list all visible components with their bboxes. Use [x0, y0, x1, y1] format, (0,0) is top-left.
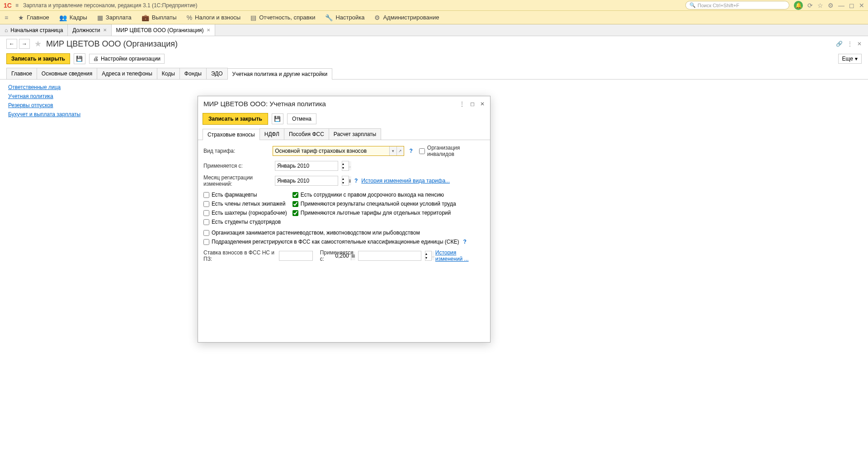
menu-vyplaty[interactable]: 💼Выплаты	[142, 14, 177, 21]
history2-link[interactable]: История изменений ...	[435, 249, 485, 262]
menu-kadry[interactable]: 👥Кадры	[59, 14, 87, 21]
spinner[interactable]: ▴▾	[342, 161, 349, 171]
chk-flight[interactable]: Есть члены летных экипажей	[203, 201, 287, 207]
close-icon[interactable]: ✕	[207, 28, 210, 33]
menu-main[interactable]: ★Главное	[18, 14, 49, 21]
form-tab-edo[interactable]: ЭДО	[206, 68, 228, 79]
form-tab-kody[interactable]: Коды	[157, 68, 180, 79]
org-invalid-checkbox[interactable]: Организация инвалидов	[419, 145, 485, 157]
print-settings-button[interactable]: 🖨Настройки организации	[89, 54, 165, 64]
down-icon[interactable]: ▾	[342, 181, 344, 185]
chk-fss-units[interactable]: Подразделения регистрируются в ФСС как с…	[203, 239, 485, 245]
applies-from-field[interactable]	[275, 161, 347, 170]
floppy-icon: 💾	[76, 56, 83, 62]
search-icon: 🔍	[689, 2, 696, 8]
up-icon[interactable]: ▴	[342, 162, 344, 166]
modal-tab-insurance[interactable]: Страховые взносы	[203, 129, 260, 140]
applies-from-input[interactable]: …	[275, 161, 338, 171]
settings-icon[interactable]: ⚙	[828, 2, 834, 9]
nav-back-button[interactable]: ←	[6, 39, 17, 49]
chk-agro[interactable]: Организация занимается растениеводством,…	[203, 230, 485, 236]
title-bar: 1C ≡ Зарплата и управление персоналом, р…	[0, 0, 868, 11]
down-icon[interactable]: ▾	[425, 256, 427, 260]
chk-early[interactable]: Есть сотрудники с правом досрочного выхо…	[292, 192, 456, 198]
floppy-icon: 💾	[274, 116, 281, 122]
search-placeholder: Поиск Ctrl+Shift+F	[698, 3, 739, 8]
menu-nastroika[interactable]: 🔧Настройка	[325, 14, 364, 21]
page-header-actions: 🔗 ⋮ ✕	[836, 41, 862, 47]
bell-icon[interactable]: 🔔	[794, 1, 803, 10]
open-button[interactable]: ↗	[396, 146, 404, 155]
menu-admin[interactable]: ⚙Администрирование	[374, 14, 439, 21]
up-icon[interactable]: ▴	[342, 177, 344, 181]
rate-input[interactable]: ▦	[279, 251, 313, 261]
report-icon: ▤	[250, 14, 256, 21]
maximize-icon[interactable]: ◻	[849, 2, 854, 9]
help-icon[interactable]: ?	[354, 178, 358, 184]
form-tab-main[interactable]: Главное	[6, 68, 37, 79]
chk-pref[interactable]: Применяются льготные тарифы для отдельны…	[292, 210, 456, 216]
menu-zarplata[interactable]: ▦Зарплата	[97, 14, 132, 21]
help-icon[interactable]: ?	[410, 148, 413, 154]
modal-tab-salary[interactable]: Расчет зарплаты	[329, 128, 381, 140]
history-link[interactable]: История изменений вида тарифа...	[361, 178, 450, 184]
minimize-icon[interactable]: —	[838, 2, 844, 9]
form-tab-addr[interactable]: Адреса и телефоны	[97, 68, 157, 79]
reg-month-field[interactable]	[275, 176, 347, 185]
page-toolbar: Записать и закрыть 💾 🖨Настройки организа…	[0, 52, 868, 66]
tariff-field[interactable]	[273, 146, 389, 155]
tab-dolzhnosti[interactable]: Должности✕	[68, 24, 111, 36]
modal-save-close-button[interactable]: Записать и закрыть	[203, 113, 268, 125]
applies-from2-input[interactable]: …	[358, 251, 421, 261]
modal-cancel-button[interactable]: Отмена	[287, 113, 316, 124]
spinner[interactable]: ▴▾	[342, 176, 349, 186]
kebab-icon[interactable]: ⋮	[847, 41, 853, 47]
close-icon[interactable]: ✕	[859, 2, 864, 9]
modal-header: МИР ЦВЕТОВ ООО: Учетная политика ⋮ ◻ ✕	[198, 96, 490, 111]
titlebar-right: 🔍 Поиск Ctrl+Shift+F 🔔 ⟳ ☆ ⚙ — ◻ ✕	[685, 1, 864, 10]
search-input[interactable]: 🔍 Поиск Ctrl+Shift+F	[685, 1, 789, 9]
spinner[interactable]: ▴▾	[425, 251, 431, 261]
menu-list-icon[interactable]: ≡	[5, 14, 8, 21]
close-icon[interactable]: ✕	[480, 101, 485, 107]
tab-org[interactable]: МИР ЦВЕТОВ ООО (Организация)✕	[112, 24, 215, 36]
link-responsible[interactable]: Ответственные лица	[8, 84, 860, 90]
checkbox-grid: Есть фармацевты Есть члены летных экипаж…	[203, 192, 485, 225]
menu-otchet[interactable]: ▤Отчетность, справки	[250, 14, 315, 21]
modal-save-button[interactable]: 💾	[272, 113, 283, 124]
tab-home[interactable]: ⌂Начальная страница	[0, 24, 68, 36]
chk-special[interactable]: Применяются результаты специальной оценк…	[292, 201, 456, 207]
save-button[interactable]: 💾	[74, 53, 85, 64]
modal-tab-fss[interactable]: Пособия ФСС	[284, 128, 329, 140]
dropdown-button[interactable]: ▾	[389, 146, 396, 155]
close-icon[interactable]: ✕	[103, 28, 107, 33]
down-icon[interactable]: ▾	[342, 166, 344, 170]
tariff-input[interactable]: ▾ ↗	[273, 146, 404, 156]
history-icon[interactable]: ⟳	[807, 2, 813, 9]
hamburger-icon[interactable]: ≡	[15, 2, 19, 9]
form-tab-osn[interactable]: Основные сведения	[37, 68, 97, 79]
link-icon[interactable]: 🔗	[836, 41, 843, 47]
save-close-button[interactable]: Записать и закрыть	[6, 53, 70, 64]
star-icon[interactable]: ☆	[817, 2, 823, 9]
wallet-icon: 💼	[142, 14, 149, 21]
chk-miners[interactable]: Есть шахтеры (горнорабочие)	[203, 210, 287, 216]
kebab-icon[interactable]: ⋮	[459, 101, 465, 107]
favorite-star-icon[interactable]: ★	[34, 39, 42, 49]
maximize-icon[interactable]: ◻	[470, 101, 475, 107]
up-icon[interactable]: ▴	[425, 252, 427, 256]
modal-tab-ndfl[interactable]: НДФЛ	[259, 128, 284, 140]
menu-nalogi[interactable]: %Налоги и взносы	[187, 14, 241, 21]
modal-body: Вид тарифа: ▾ ↗ ? Организация инвалидов …	[198, 140, 490, 342]
reg-month-input[interactable]: ▦	[275, 176, 338, 186]
applies-from2-field[interactable]	[359, 251, 430, 260]
chk-students[interactable]: Есть студенты студотрядов	[203, 219, 287, 225]
tab-bar: ⌂Начальная страница Должности✕ МИР ЦВЕТО…	[0, 24, 868, 36]
more-button[interactable]: Еще▾	[838, 54, 862, 64]
help-icon[interactable]: ?	[463, 239, 467, 245]
close-icon[interactable]: ✕	[857, 41, 862, 47]
chk-pharm[interactable]: Есть фармацевты	[203, 192, 287, 198]
form-tab-fondy[interactable]: Фонды	[179, 68, 207, 79]
form-tab-policy[interactable]: Учетная политика и другие настройки	[227, 68, 333, 80]
nav-forward-button[interactable]: →	[19, 39, 30, 49]
